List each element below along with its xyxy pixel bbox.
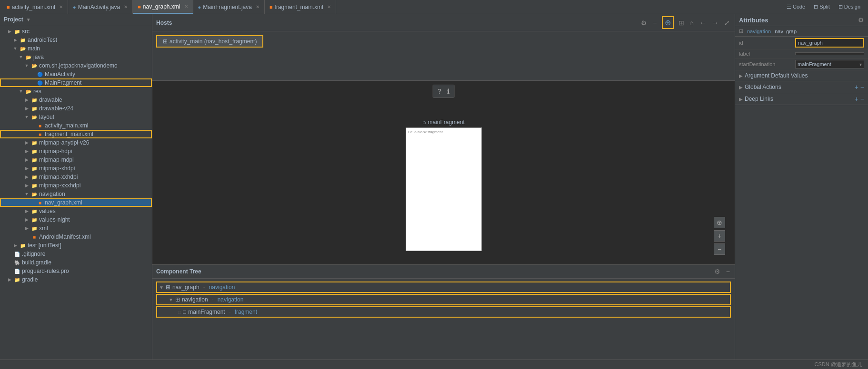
tree-item-mipmap-xxxhdpi[interactable]: ▶ 📁 mipmap-xxxhdpi <box>0 181 152 190</box>
section-global-actions[interactable]: ▶ Global Actions + − <box>735 81 868 93</box>
tab-fragment-main-xml[interactable]: ■ fragment_main.xml ✕ <box>265 0 336 14</box>
tab-mainfragment-java[interactable]: ● MainFragment.java ✕ <box>193 0 265 14</box>
java-icon-2: ● <box>198 4 201 10</box>
attributes-gear-icon[interactable]: ⚙ <box>858 16 864 24</box>
tab-activity-main-xml[interactable]: ■ activity_main.xml ✕ <box>2 0 68 14</box>
tree-arrow-navigation: ▼ <box>24 192 30 196</box>
canvas-question-icon[interactable]: ? <box>436 87 443 96</box>
host-item-activity-main[interactable]: ⊞ activity_main (nav_host_fragment) <box>156 35 263 48</box>
section-deep-links[interactable]: ▶ Deep Links + − <box>735 93 868 105</box>
tree-item-values-night[interactable]: ▶ 📁 values-night <box>0 215 152 224</box>
component-tree-minus-icon[interactable]: − <box>725 267 731 276</box>
tree-item-test[interactable]: ▶ 📁 test [unitTest] <box>0 241 152 250</box>
tree-item-mainfragment[interactable]: 🔵 MainFragment <box>0 78 152 87</box>
attr-value-id[interactable]: nav_graph <box>795 38 864 48</box>
hosts-copy-icon[interactable]: ⊞ <box>678 18 685 28</box>
tree-item-mipmap-mdpi[interactable]: ▶ 📁 mipmap-mdpi <box>0 155 152 164</box>
tree-item-nav-graph-xml[interactable]: ■ nav_graph.xml <box>0 198 152 207</box>
xml-icon-2: ■ <box>138 4 141 10</box>
ct-item-nav-graph[interactable]: ▼ ⊞ nav_graph - navigation <box>156 282 731 293</box>
ct-item-navigation[interactable]: ▼ ⊞ navigation - navigation <box>156 294 731 305</box>
canvas-info-icon[interactable]: ℹ <box>445 87 451 96</box>
tree-item-androidtest[interactable]: ▶ 📁 androidTest <box>0 36 152 44</box>
tree-item-androidmanifest[interactable]: ■ AndroidManifest.xml <box>0 233 152 241</box>
canvas-cursor-btn[interactable]: ⊕ <box>714 217 725 228</box>
tree-arrow-java: ▼ <box>18 55 24 59</box>
section-label-argument: Argument Default Values <box>745 72 864 79</box>
tab-close-1[interactable]: ✕ <box>59 4 63 10</box>
hosts-minus-icon[interactable]: − <box>652 18 658 28</box>
tree-item-values[interactable]: ▶ 📁 values <box>0 207 152 215</box>
tree-item-src[interactable]: ▶ 📁 src <box>0 27 152 36</box>
ct-item-mainfragment[interactable]: □ □ mainFragment - fragment <box>156 306 731 318</box>
tree-item-build-gradle[interactable]: 🐘 build.gradle <box>0 258 152 267</box>
nav-crumb-value: nav_grap <box>775 29 797 34</box>
tree-item-fragment-main-xml[interactable]: ■ fragment_main.xml <box>0 130 152 138</box>
tree-item-mainactivity[interactable]: 🔵 MainActivity <box>0 70 152 78</box>
hosts-gear-icon[interactable]: ⚙ <box>640 18 648 28</box>
host-item-label: activity_main (nav_host_fragment) <box>170 38 257 45</box>
attr-value-label[interactable] <box>795 52 864 55</box>
hosts-home-icon[interactable]: ⌂ <box>689 18 695 28</box>
tab-mainactivity-java[interactable]: ● MainActivity.java ✕ <box>68 0 133 14</box>
tree-item-drawable[interactable]: ▶ 📁 drawable <box>0 96 152 104</box>
tree-arrow-mipmap-xxxhdpi: ▶ <box>24 183 30 188</box>
tree-item-drawable-v24[interactable]: ▶ 📁 drawable-v24 <box>0 104 152 113</box>
tree-item-mipmap-xhdpi[interactable]: ▶ 📁 mipmap-xhdpi <box>0 164 152 173</box>
tree-item-res[interactable]: ▼ 📂 res <box>0 87 152 96</box>
hosts-arrow-right-icon[interactable]: → <box>711 18 719 28</box>
tree-item-mipmap-hdpi[interactable]: ▶ 📁 mipmap-hdpi <box>0 147 152 155</box>
tree-arrow-com: ▼ <box>24 63 30 68</box>
hosts-expand-icon[interactable]: ⤢ <box>723 18 731 28</box>
canvas-zoom-out-btn[interactable]: − <box>714 243 725 255</box>
tree-item-mipmap-xxhdpi[interactable]: ▶ 📁 mipmap-xxhdpi <box>0 173 152 181</box>
text-file-icon-proguard: 📄 <box>13 268 21 274</box>
tree-item-java[interactable]: ▼ 📂 java <box>0 53 152 61</box>
component-tree-gear-icon[interactable]: ⚙ <box>713 267 721 276</box>
fragment-node-mainfragment[interactable]: ⌂ mainFragment Hello blank fragment <box>406 119 482 251</box>
tree-arrow-mipmap-xxhdpi: ▶ <box>24 175 30 179</box>
tree-label-mipmap-hdpi: mipmap-hdpi <box>39 148 150 155</box>
design-view-btn[interactable]: ⊡ Design <box>835 3 864 11</box>
tree-item-activity-main-xml[interactable]: ■ activity_main.xml <box>0 121 152 130</box>
sidebar-dropdown-icon[interactable]: ▼ <box>26 17 31 22</box>
folder-icon-values: 📁 <box>30 208 38 214</box>
bottom-bar: CSDN @追梦的鱼儿 <box>0 359 868 369</box>
tab-nav-graph-xml[interactable]: ■ nav_graph.xml ✕ <box>133 0 193 14</box>
section-arrow-deeplinks: ▶ <box>739 97 743 102</box>
tree-item-gitignore[interactable]: 📄 .gitignore <box>0 250 152 258</box>
tab-close-2[interactable]: ✕ <box>124 4 128 10</box>
section-add-global-actions-btn[interactable]: + <box>855 83 858 91</box>
tree-item-gradle[interactable]: ▶ 📁 gradle <box>0 275 152 284</box>
hosts-add-dest-icon[interactable]: ⊕ <box>662 16 674 29</box>
section-add-deep-links-btn[interactable]: + <box>855 95 858 103</box>
tab-close-4[interactable]: ✕ <box>256 4 259 10</box>
tree-item-com[interactable]: ▼ 📂 com.sh.jetpacknavigationdemo <box>0 61 152 70</box>
fragment-home-icon: ⌂ <box>422 119 426 126</box>
java-file-icon-mainfragment: 🔵 <box>36 79 44 86</box>
ct-icon-mainfragment: □ <box>183 309 186 315</box>
hosts-panel: Hosts ⚙ − ⊕ ⊞ ⌂ ← → ⤢ ⊞ activity_main (n… <box>152 14 735 81</box>
tree-item-main[interactable]: ▼ 📂 main <box>0 44 152 53</box>
code-view-btn[interactable]: ☰ Code <box>783 3 809 11</box>
nav-crumb-link[interactable]: navigation <box>747 29 771 34</box>
section-argument-default[interactable]: ▶ Argument Default Values <box>735 70 868 81</box>
canvas-zoom-in-btn[interactable]: + <box>714 230 725 242</box>
tab-close-5[interactable]: ✕ <box>327 4 331 10</box>
fragment-preview-text: Hello blank fragment <box>408 130 443 134</box>
section-minus-deep-links-btn[interactable]: − <box>860 95 864 103</box>
tree-label-fragment-main-xml: fragment_main.xml <box>45 131 150 137</box>
folder-icon-mipmap-xxxhdpi: 📁 <box>30 182 38 189</box>
attr-value-startdest[interactable]: mainFragment ▾ <box>795 60 864 68</box>
split-view-btn[interactable]: ⊟ Split <box>810 3 833 11</box>
nav-canvas[interactable]: ? ℹ ⌂ mainFragment Hello blank fragment … <box>152 81 735 264</box>
tab-close-3[interactable]: ✕ <box>184 4 188 9</box>
tree-item-proguard[interactable]: 📄 proguard-rules.pro <box>0 267 152 275</box>
xml-icon-1: ■ <box>7 4 10 10</box>
tree-item-navigation[interactable]: ▼ 📂 navigation <box>0 190 152 198</box>
tree-item-xml[interactable]: ▶ 📁 xml <box>0 224 152 233</box>
tree-item-layout[interactable]: ▼ 📂 layout <box>0 113 152 121</box>
section-minus-global-actions-btn[interactable]: − <box>860 83 864 91</box>
tree-item-mipmap-anydpi[interactable]: ▶ 📁 mipmap-anydpi-v26 <box>0 138 152 147</box>
hosts-arrow-left-icon[interactable]: ← <box>698 18 707 28</box>
